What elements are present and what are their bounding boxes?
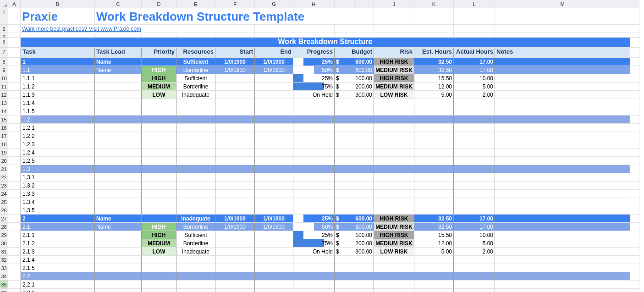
- start-cell[interactable]: [215, 264, 255, 272]
- cell[interactable]: [8, 140, 21, 149]
- cell[interactable]: [630, 281, 639, 289]
- priority-cell[interactable]: HIGH: [142, 66, 176, 74]
- resources-cell[interactable]: [176, 281, 215, 289]
- est-hours-cell[interactable]: 15.50: [414, 74, 454, 83]
- cell[interactable]: [630, 38, 639, 48]
- task-cell[interactable]: 1.2.4: [21, 149, 95, 157]
- start-cell[interactable]: [215, 248, 255, 256]
- budget-cell[interactable]: [335, 289, 374, 292]
- select-all-corner[interactable]: [0, 0, 8, 8]
- lead-cell[interactable]: [95, 165, 142, 173]
- resources-cell[interactable]: [176, 272, 215, 281]
- cell[interactable]: [495, 8, 630, 25]
- resources-cell[interactable]: [176, 206, 215, 215]
- resources-cell[interactable]: Inadequate: [176, 248, 215, 256]
- cell[interactable]: [630, 132, 639, 140]
- end-cell[interactable]: [255, 91, 293, 99]
- progress-cell[interactable]: [293, 198, 335, 206]
- progress-cell[interactable]: 75%: [293, 83, 335, 91]
- actual-hours-cell[interactable]: 5.00: [454, 239, 495, 248]
- start-cell[interactable]: [215, 83, 255, 91]
- est-hours-cell[interactable]: 5.00: [414, 248, 454, 256]
- notes-cell[interactable]: [495, 91, 630, 99]
- row-header[interactable]: 22: [0, 173, 8, 182]
- task-cell[interactable]: 1.2.5: [21, 157, 95, 165]
- task-cell[interactable]: 1.3: [21, 165, 95, 173]
- lead-cell[interactable]: [95, 149, 142, 157]
- row-header[interactable]: 28: [0, 223, 8, 231]
- start-cell[interactable]: [215, 140, 255, 149]
- progress-cell[interactable]: [293, 99, 335, 107]
- end-cell[interactable]: [255, 165, 293, 173]
- link-more-practices[interactable]: Want more best practices? Visit www.Prax…: [21, 25, 255, 33]
- cell[interactable]: [414, 25, 454, 33]
- cell[interactable]: [335, 33, 374, 38]
- resources-cell[interactable]: [176, 173, 215, 182]
- lead-cell[interactable]: [95, 91, 142, 99]
- actual-hours-cell[interactable]: 17.00: [454, 58, 495, 66]
- col-header[interactable]: [630, 0, 639, 8]
- task-cell[interactable]: 1.1.2: [21, 83, 95, 91]
- lead-cell[interactable]: [95, 256, 142, 264]
- priority-cell[interactable]: [142, 116, 176, 124]
- start-cell[interactable]: [215, 124, 255, 132]
- progress-cell[interactable]: [293, 165, 335, 173]
- cell[interactable]: [630, 272, 639, 281]
- row-header[interactable]: 17: [0, 132, 8, 140]
- cell[interactable]: [630, 48, 639, 58]
- priority-cell[interactable]: [142, 124, 176, 132]
- start-cell[interactable]: [215, 182, 255, 190]
- budget-cell[interactable]: [335, 206, 374, 215]
- cell[interactable]: [215, 33, 255, 38]
- priority-cell[interactable]: [142, 264, 176, 272]
- col-header[interactable]: D: [142, 0, 176, 8]
- risk-cell[interactable]: [374, 190, 414, 198]
- budget-cell[interactable]: [335, 272, 374, 281]
- cell[interactable]: [630, 173, 639, 182]
- cell[interactable]: [8, 157, 21, 165]
- resources-cell[interactable]: [176, 116, 215, 124]
- risk-cell[interactable]: [374, 149, 414, 157]
- start-cell[interactable]: [215, 149, 255, 157]
- notes-cell[interactable]: [495, 264, 630, 272]
- est-hours-cell[interactable]: [414, 190, 454, 198]
- risk-cell[interactable]: [374, 264, 414, 272]
- risk-cell[interactable]: [374, 107, 414, 116]
- cell[interactable]: [630, 25, 639, 33]
- priority-cell[interactable]: [142, 107, 176, 116]
- cell[interactable]: [8, 48, 21, 58]
- cell[interactable]: [8, 231, 21, 239]
- risk-cell[interactable]: [374, 99, 414, 107]
- actual-hours-cell[interactable]: [454, 132, 495, 140]
- task-cell[interactable]: 2.1: [21, 223, 95, 231]
- notes-cell[interactable]: [495, 124, 630, 132]
- budget-cell[interactable]: $200.00: [335, 83, 374, 91]
- end-cell[interactable]: [255, 239, 293, 248]
- lead-cell[interactable]: [95, 272, 142, 281]
- priority-cell[interactable]: LOW: [142, 91, 176, 99]
- start-cell[interactable]: 1/0/1900: [215, 58, 255, 66]
- col-header[interactable]: L: [454, 0, 495, 8]
- task-cell[interactable]: 2: [21, 215, 95, 223]
- progress-cell[interactable]: [293, 140, 335, 149]
- row-header[interactable]: 36: [0, 289, 8, 292]
- notes-cell[interactable]: [495, 256, 630, 264]
- progress-cell[interactable]: [293, 281, 335, 289]
- est-hours-cell[interactable]: 32.50: [414, 58, 454, 66]
- cell[interactable]: [8, 173, 21, 182]
- est-hours-cell[interactable]: [414, 132, 454, 140]
- cell[interactable]: [8, 248, 21, 256]
- row-header[interactable]: 24: [0, 190, 8, 198]
- progress-cell[interactable]: 50%: [293, 66, 335, 74]
- resources-cell[interactable]: Sufficient: [176, 74, 215, 83]
- cell[interactable]: [630, 165, 639, 173]
- notes-cell[interactable]: [495, 157, 630, 165]
- priority-cell[interactable]: [142, 157, 176, 165]
- end-cell[interactable]: [255, 256, 293, 264]
- lead-cell[interactable]: Name: [95, 66, 142, 74]
- risk-cell[interactable]: MEDIUM RISK: [374, 66, 414, 74]
- budget-cell[interactable]: [335, 99, 374, 107]
- cell[interactable]: [8, 264, 21, 272]
- task-cell[interactable]: 2.2.2: [21, 289, 95, 292]
- priority-cell[interactable]: [142, 58, 176, 66]
